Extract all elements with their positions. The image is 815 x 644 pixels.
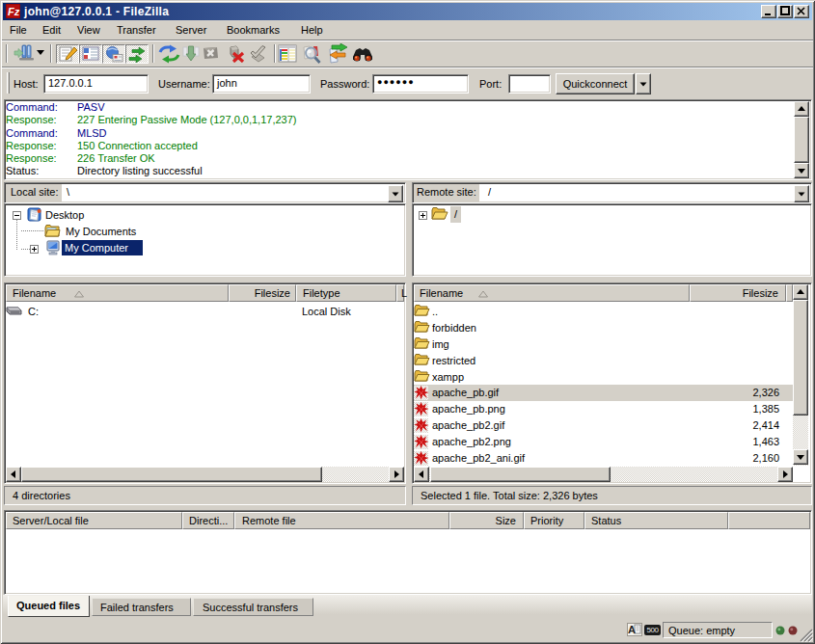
- svg-text:Fz: Fz: [8, 6, 20, 17]
- svg-text:A: A: [628, 624, 636, 635]
